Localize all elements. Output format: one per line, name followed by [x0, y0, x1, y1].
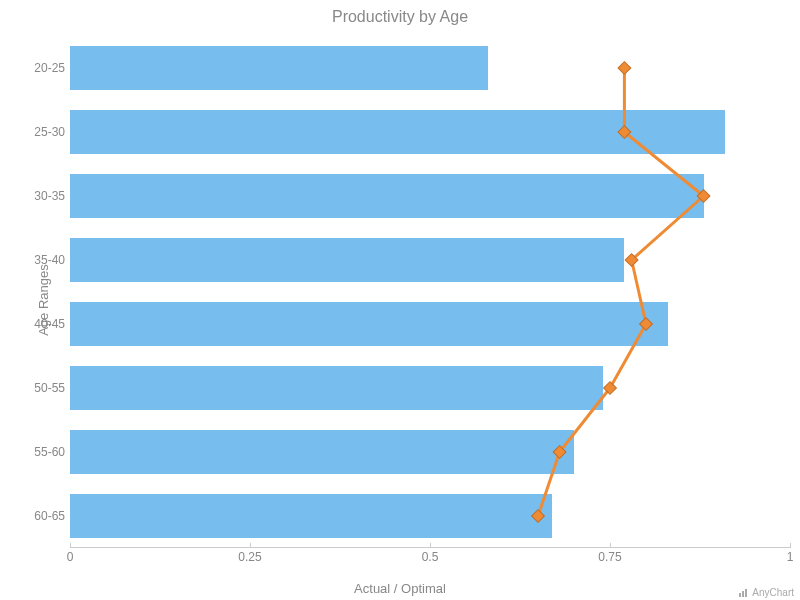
- x-tick-mark: [790, 543, 791, 548]
- bar-row: 55-60: [70, 420, 790, 484]
- bar-row: 35-40: [70, 228, 790, 292]
- x-tick-label: 1: [787, 550, 794, 564]
- bar: [70, 174, 704, 218]
- category-label: 35-40: [25, 253, 65, 267]
- bar-row: 30-35: [70, 164, 790, 228]
- bar: [70, 430, 574, 474]
- x-tick-label: 0.5: [422, 550, 439, 564]
- category-label: 60-65: [25, 509, 65, 523]
- category-label: 20-25: [25, 61, 65, 75]
- bar: [70, 366, 603, 410]
- chart-title: Productivity by Age: [0, 8, 800, 26]
- category-label: 40-45: [25, 317, 65, 331]
- credit-anychart: AnyChart: [739, 587, 794, 598]
- bar-row: 50-55: [70, 356, 790, 420]
- bar: [70, 46, 488, 90]
- bar-row: 20-25: [70, 36, 790, 100]
- chart-container: Productivity by Age Age Ranges Actual / …: [0, 0, 800, 600]
- x-axis-label: Actual / Optimal: [0, 581, 800, 596]
- bar-chart-icon: [739, 589, 749, 597]
- bar: [70, 494, 552, 538]
- x-tick-label: 0.25: [238, 550, 261, 564]
- category-label: 50-55: [25, 381, 65, 395]
- category-label: 55-60: [25, 445, 65, 459]
- bar-row: 60-65: [70, 484, 790, 548]
- bar-row: 40-45: [70, 292, 790, 356]
- x-tick-label: 0: [67, 550, 74, 564]
- credit-text: AnyChart: [752, 587, 794, 598]
- bar: [70, 110, 725, 154]
- bar-row: 25-30: [70, 100, 790, 164]
- plot-area: 00.250.50.751 20-2525-3030-3535-4040-455…: [70, 36, 790, 564]
- x-tick-label: 0.75: [598, 550, 621, 564]
- category-label: 25-30: [25, 125, 65, 139]
- bar: [70, 238, 624, 282]
- category-label: 30-35: [25, 189, 65, 203]
- bar: [70, 302, 668, 346]
